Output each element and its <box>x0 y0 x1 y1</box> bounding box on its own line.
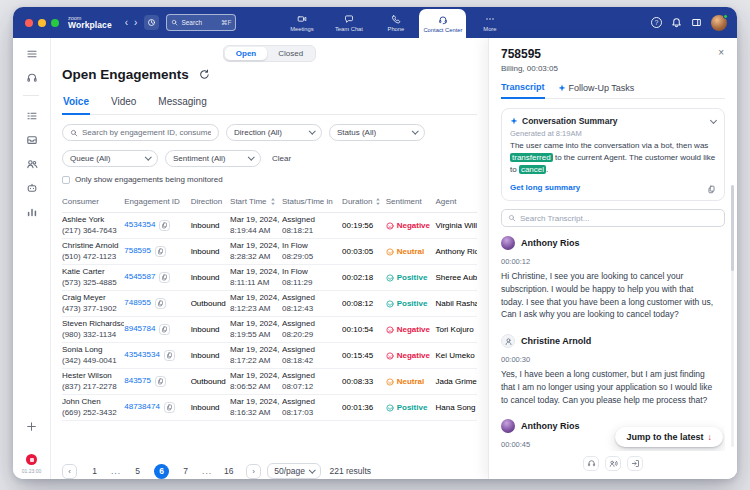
toggle-open[interactable]: Open <box>225 47 267 60</box>
whisper-icon[interactable] <box>605 456 621 471</box>
titlebar-tab-meetings[interactable]: Meetings <box>278 7 325 38</box>
agent-avatar <box>501 419 515 433</box>
jump-to-latest-button[interactable]: Jump to the latest ↓ <box>615 427 723 447</box>
titlebar-tab-contact-center[interactable]: Contact Center <box>419 9 466 38</box>
history-icon[interactable] <box>144 15 159 30</box>
forward-icon[interactable]: › <box>131 17 140 28</box>
titlebar-tab-team-chat[interactable]: Team Chat <box>325 7 372 38</box>
rail-chart-icon[interactable] <box>23 205 41 218</box>
direction-filter-select[interactable]: Direction (All) <box>226 124 322 141</box>
sort-icon[interactable] <box>270 197 276 206</box>
table-row[interactable]: Ashlee York(217) 364-76434534354InboundM… <box>62 213 477 239</box>
clear-filters-button[interactable]: Clear <box>272 154 291 163</box>
get-long-summary-link[interactable]: Get long summary <box>510 183 580 192</box>
tab-video[interactable]: Video <box>110 93 137 114</box>
back-icon[interactable]: ‹ <box>122 17 131 28</box>
next-page-button[interactable]: › <box>246 464 261 479</box>
app-logo: zoom Workplace <box>68 16 112 30</box>
barge-icon[interactable] <box>627 456 643 471</box>
copy-icon[interactable] <box>159 324 170 335</box>
zoom-window-button[interactable] <box>51 19 59 27</box>
engagement-id-link[interactable]: 758595 <box>124 246 151 255</box>
add-icon[interactable] <box>23 420 41 433</box>
rail-bot-icon[interactable] <box>23 181 41 194</box>
table-row[interactable]: John Chen(669) 252-343248738474InboundMa… <box>62 395 477 421</box>
table-row[interactable]: Hester Wilson(837) 217-2278843575Outboun… <box>62 369 477 395</box>
copy-summary-icon[interactable] <box>707 185 716 194</box>
engagement-search-box[interactable] <box>62 124 219 141</box>
page-1[interactable]: 1 <box>87 464 102 479</box>
rail-checklist-icon[interactable] <box>23 109 41 122</box>
column-header-start-time[interactable]: Start Time <box>230 197 282 206</box>
refresh-icon[interactable] <box>199 69 210 80</box>
copy-icon[interactable] <box>159 272 170 283</box>
engagement-id-link[interactable]: 8945784 <box>124 324 155 333</box>
search-shortcut: ⌘F <box>221 19 231 27</box>
listen-icon[interactable] <box>583 456 599 471</box>
close-panel-icon[interactable]: × <box>717 47 725 59</box>
rail-inbox-icon[interactable] <box>23 133 41 146</box>
cell-sentiment: Negative <box>386 325 436 334</box>
engagement-id-link[interactable]: 48738474 <box>124 402 160 411</box>
status-filter-select[interactable]: Status (All) <box>329 124 425 141</box>
engagement-id-link[interactable]: 4534354 <box>124 220 155 229</box>
panel-tab-follow-up-tasks[interactable]: Follow-Up Tasks <box>558 82 635 98</box>
page-7[interactable]: 7 <box>178 464 193 479</box>
page-5[interactable]: 5 <box>130 464 145 479</box>
titlebar-tab-more[interactable]: More <box>466 7 513 38</box>
recording-indicator-icon[interactable] <box>26 454 37 465</box>
copy-icon[interactable] <box>155 376 166 387</box>
page-16[interactable]: 16 <box>221 464 236 479</box>
column-header-duration[interactable]: Duration <box>342 197 386 206</box>
close-window-button[interactable] <box>25 19 33 27</box>
prev-page-button[interactable]: ‹ <box>62 464 77 479</box>
page-size-select[interactable]: 50/page <box>267 463 321 479</box>
table-row[interactable]: Sonia Long(342) 449-004143543534InboundM… <box>62 343 477 369</box>
transcript-list[interactable]: Anthony Rios00:00:12Hi Christine, I see … <box>501 236 725 451</box>
global-search-box[interactable]: Search ⌘F <box>166 14 236 31</box>
transcript-search-box[interactable] <box>501 209 725 227</box>
engagement-search-input[interactable] <box>82 128 211 137</box>
monitored-only-checkbox[interactable] <box>62 176 70 184</box>
side-panel-toggle-icon[interactable] <box>691 17 702 28</box>
help-icon[interactable]: ? <box>651 17 662 28</box>
user-avatar[interactable] <box>711 15 727 31</box>
copy-icon[interactable] <box>164 402 175 413</box>
rail-menu-icon[interactable] <box>23 47 41 60</box>
table-row[interactable]: Steven Richardson(980) 332-11348945784In… <box>62 317 477 343</box>
tab-voice[interactable]: Voice <box>62 93 90 115</box>
page-6[interactable]: 6 <box>154 464 169 479</box>
transcript-search-input[interactable] <box>520 214 718 223</box>
cell-direction: Inbound <box>191 403 230 412</box>
engagement-id-link[interactable]: 43543534 <box>124 350 160 359</box>
toggle-closed[interactable]: Closed <box>267 47 314 60</box>
rail-headset-icon[interactable] <box>23 71 41 84</box>
engagement-id-link[interactable]: 4545587 <box>124 272 155 281</box>
engagement-id-link[interactable]: 843575 <box>124 376 151 385</box>
queue-filter-select[interactable]: Queue (All) <box>62 150 158 167</box>
cell-start-time: Mar 19, 2024,8:19:44 AM <box>230 215 282 237</box>
titlebar-tab-phone[interactable]: Phone <box>372 7 419 38</box>
sort-icon[interactable] <box>375 197 381 206</box>
table-row[interactable]: Craig Meyer(473) 377-1902748955OutboundM… <box>62 291 477 317</box>
engagements-table: ConsumerEngagement IDDirectionStart Time… <box>62 192 477 455</box>
table-row[interactable]: Christine Arnold(510) 472-1123758595Inbo… <box>62 239 477 265</box>
copy-icon[interactable] <box>155 246 166 257</box>
engagement-detail-panel: 758595 × Billing, 00:03:05 TranscriptFol… <box>488 38 737 479</box>
engagement-id-title: 758595 <box>501 47 541 61</box>
table-row[interactable]: Katie Carter(573) 325-48854545587Inbound… <box>62 265 477 291</box>
copy-icon[interactable] <box>155 298 166 309</box>
collapse-summary-icon[interactable] <box>710 116 717 123</box>
copy-icon[interactable] <box>159 220 170 231</box>
notifications-bell-icon[interactable] <box>671 17 682 28</box>
sentiment-filter-select[interactable]: Sentiment (All) <box>165 150 261 167</box>
cell-start-time: Mar 19, 2024,8:06:52 AM <box>230 371 282 393</box>
minimize-window-button[interactable] <box>38 19 46 27</box>
panel-tab-transcript[interactable]: Transcript <box>501 82 545 99</box>
rail-people-icon[interactable] <box>23 157 41 170</box>
tab-messaging[interactable]: Messaging <box>157 93 207 114</box>
scrollbar-thumb[interactable] <box>731 185 734 271</box>
panel-scrollbar[interactable] <box>731 185 734 447</box>
engagement-id-link[interactable]: 748955 <box>124 298 151 307</box>
copy-icon[interactable] <box>164 350 175 361</box>
